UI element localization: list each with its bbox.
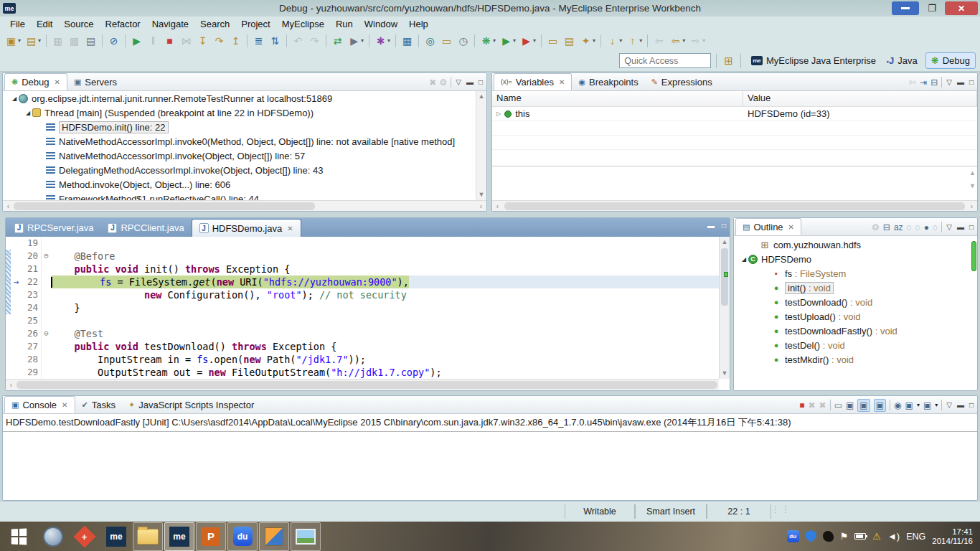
variable-row[interactable]: ▷thisHDFSDemo (id=33) xyxy=(492,107,977,121)
minimize-view-icon[interactable]: ▬ xyxy=(956,78,965,86)
detail-horizontal-scrollbar[interactable]: ‹ › xyxy=(492,200,977,211)
back-icon[interactable]: ⇦▾ xyxy=(668,32,687,49)
tray-volume-icon[interactable]: ◄) xyxy=(887,531,900,542)
debug-launch-icon[interactable]: ❋▾ xyxy=(479,32,497,49)
code-line-19[interactable]: 19 xyxy=(6,237,730,250)
menu-source[interactable]: Source xyxy=(58,17,99,31)
close-tab-icon[interactable]: ✕ xyxy=(287,225,293,232)
clock[interactable]: 17:41 2014/11/16 xyxy=(932,527,973,546)
run-external-tools-icon[interactable]: ▶▾ xyxy=(347,32,365,49)
column-name[interactable]: Name xyxy=(492,91,743,106)
menu-search[interactable]: Search xyxy=(194,17,235,31)
terminate-icon[interactable]: ■ xyxy=(162,32,177,49)
close-tab-icon[interactable]: ✕ xyxy=(55,78,60,86)
code-editor[interactable]: 1920⊖ @Before21 public void init() throw… xyxy=(6,237,730,380)
outline-item-init[interactable]: ●init() : void xyxy=(734,281,977,295)
step-into-icon[interactable]: ↧ xyxy=(195,32,210,49)
new-java-project-icon[interactable]: ▤▾ xyxy=(24,32,42,49)
menu-run[interactable]: Run xyxy=(330,17,359,31)
run-last-launched-icon[interactable]: ▶▾ xyxy=(519,32,537,49)
display-selected-console-icon[interactable]: ▣ xyxy=(905,400,913,410)
collapse-all-icon[interactable]: ⊟ xyxy=(930,77,938,88)
view-menu-icon[interactable]: ▽ xyxy=(946,401,953,409)
pin-console-icon[interactable]: ◉ xyxy=(894,400,901,410)
code-line-22[interactable]: →22 fs = FileSystem.get(new URI("hdfs://… xyxy=(6,276,730,288)
perspective-java[interactable]: JJava xyxy=(884,53,923,68)
minimize-view-icon[interactable]: ▬ xyxy=(956,401,965,409)
tray-battery-icon[interactable] xyxy=(854,533,866,540)
code-line-29[interactable]: 29 OutputStream out = new FileOutputStre… xyxy=(6,366,730,379)
tray-ink-tool-icon[interactable] xyxy=(823,531,834,542)
snippets-icon[interactable]: ▤ xyxy=(562,32,577,49)
debug-tree-node[interactable]: ◢org.eclipse.jdt.internal.junit.runner.R… xyxy=(3,91,486,105)
instruction-pointer-icon[interactable]: → xyxy=(11,276,22,288)
stack-frame[interactable]: Method.invoke(Object, Object...) line: 6… xyxy=(3,177,486,192)
stack-frame[interactable]: NativeMethodAccessorImpl.invoke(Object, … xyxy=(3,149,486,163)
maximize-view-icon[interactable]: □ xyxy=(478,78,484,86)
outline-item-com-yuzhouwan-hdfs[interactable]: ⊞com.yuzhouwan.hdfs xyxy=(734,237,977,252)
close-button[interactable] xyxy=(945,1,978,15)
sort-icon[interactable]: az xyxy=(894,222,903,232)
taskbar-myeclipse-workbench[interactable]: me xyxy=(164,522,194,551)
taskbar-sourcetree[interactable] xyxy=(38,522,68,551)
menu-edit[interactable]: Edit xyxy=(31,17,58,31)
start-button[interactable] xyxy=(0,522,37,551)
editor-tab-hdfsdemo-java[interactable]: JHDFSDemo.java✕ xyxy=(192,219,301,237)
code-line-27[interactable]: 27 public void testDownload() throws Exc… xyxy=(6,340,730,353)
code-line-25[interactable]: 25 xyxy=(6,314,730,327)
stack-frame-selected[interactable]: HDFSDemo.init() line: 22 xyxy=(3,120,486,134)
editor-tab-rpcclient-java[interactable]: JRPCClient.java xyxy=(100,219,191,237)
stack-frame[interactable]: DelegatingMethodAccessorImpl.invoke(Obje… xyxy=(3,163,486,177)
taskbar-myeclipse-pinned[interactable]: me xyxy=(101,522,131,551)
taskbar-wps-presentation[interactable]: P xyxy=(196,522,226,551)
stack-frame[interactable]: NativeMethodAccessorImpl.invoke0(Method,… xyxy=(3,134,486,149)
open-console-icon[interactable]: ▣ xyxy=(923,400,931,410)
code-line-28[interactable]: 28 InputStream in = fs.open(new Path("/j… xyxy=(6,353,730,366)
tray-security-shield-icon[interactable] xyxy=(806,530,816,542)
search-icon[interactable]: ✦▾ xyxy=(578,32,597,49)
code-line-23[interactable]: 23 new Configuration(), "root"); // not … xyxy=(6,288,730,301)
console-tab-console[interactable]: ▣Console✕ xyxy=(4,396,75,413)
variables-tab-variables[interactable]: (x)=Variables✕ xyxy=(494,73,572,90)
maximize-view-icon[interactable]: □ xyxy=(722,222,726,230)
show-logical-structure-icon[interactable]: ⇥ xyxy=(920,77,927,88)
debug-tab-servers[interactable]: ▣Servers xyxy=(67,73,123,90)
outline-item-testdownload[interactable]: ●testDownload() : void xyxy=(734,295,977,309)
use-step-filters-icon[interactable]: ≣ xyxy=(251,32,266,49)
menu-window[interactable]: Window xyxy=(359,17,403,31)
view-menu-icon[interactable]: ▽ xyxy=(455,78,462,86)
outline-item-fs[interactable]: ▪fs : FileSystem xyxy=(734,266,977,281)
column-value[interactable]: Value xyxy=(743,91,977,106)
skip-all-breakpoints-icon[interactable]: ⊘ xyxy=(106,32,121,49)
resume-icon[interactable]: ▶ xyxy=(129,32,144,49)
variables-tab-expressions[interactable]: ✎Expressions xyxy=(645,73,719,90)
close-tab-icon[interactable]: ✕ xyxy=(62,401,67,409)
menu-help[interactable]: Help xyxy=(403,17,434,31)
run-launch-icon[interactable]: ▶▾ xyxy=(499,32,517,49)
variables-detail-pane[interactable]: ▲▼ ‹ › xyxy=(492,166,977,211)
taskbar-git[interactable]: + xyxy=(70,522,100,551)
outline-item-testmkdir[interactable]: ●testMkdir() : void xyxy=(734,352,977,367)
step-return-icon[interactable]: ↥ xyxy=(228,32,243,49)
console-tab-javascript-scripts-inspector[interactable]: ✦JavaScript Scripts Inspector xyxy=(122,396,260,413)
menu-myeclipse[interactable]: MyEclipse xyxy=(276,17,330,31)
scrollbar-thumb[interactable] xyxy=(14,202,315,210)
minimize-view-icon[interactable]: ▬ xyxy=(466,78,474,86)
debug-tree-node[interactable]: ◢Thread [main] (Suspended (breakpoint at… xyxy=(3,105,486,120)
new-icon[interactable]: ▣▾ xyxy=(4,32,22,49)
menu-project[interactable]: Project xyxy=(235,17,275,31)
outline-item-testdownloadfastly[interactable]: ●testDownloadFastly() : void xyxy=(734,324,977,338)
next-annotation-icon[interactable]: ↓▾ xyxy=(605,32,623,49)
scrollbar-thumb[interactable] xyxy=(721,248,728,306)
tray-baidu-music-icon[interactable]: du xyxy=(787,530,799,542)
close-tab-icon[interactable]: ✕ xyxy=(788,223,794,231)
minimize-view-icon[interactable]: ▬ xyxy=(707,222,715,230)
menu-file[interactable]: File xyxy=(4,17,31,31)
code-line-26[interactable]: 26⊖ @Test xyxy=(6,327,730,340)
web-2-browser-icon[interactable]: ◎ xyxy=(423,32,438,49)
collapse-all-icon[interactable]: ⊟ xyxy=(883,222,890,232)
minimize-button[interactable] xyxy=(892,1,919,15)
console-tab-tasks[interactable]: ✔Tasks xyxy=(75,396,122,413)
minimize-view-icon[interactable]: ▬ xyxy=(956,223,965,231)
taskbar-file-explorer[interactable] xyxy=(133,522,163,551)
